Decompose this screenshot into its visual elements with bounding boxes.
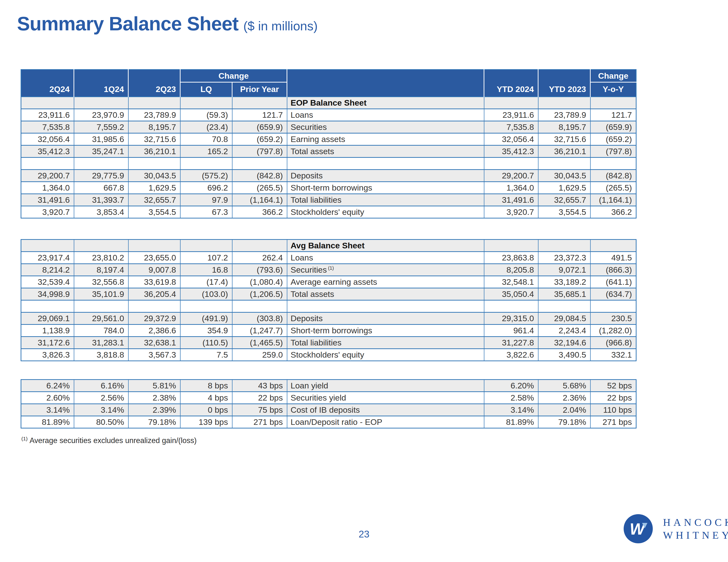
value-cell: 31,283.1 xyxy=(74,337,128,349)
value-cell: 3,554.5 xyxy=(538,206,590,218)
value-cell: 31,172.6 xyxy=(21,337,74,349)
value-cell: 67.3 xyxy=(180,206,232,218)
empty-cell xyxy=(484,300,538,313)
value-cell: 36,210.1 xyxy=(128,145,180,157)
row-label: Loan yield xyxy=(287,380,484,392)
value-cell: 7.5 xyxy=(180,349,232,361)
value-cell: 23,789.9 xyxy=(128,109,180,121)
row-label: Securities yield xyxy=(287,392,484,404)
value-cell: 7,559.2 xyxy=(74,121,128,133)
value-cell: 29,069.1 xyxy=(21,313,74,325)
empty-cell xyxy=(232,239,287,252)
table-row: 81.89%80.50%79.18%139 bps271 bpsLoan/Dep… xyxy=(21,416,636,428)
value-cell: 121.7 xyxy=(232,109,287,121)
value-cell: 366.2 xyxy=(590,206,636,218)
value-cell: 3,818.8 xyxy=(74,349,128,361)
empty-cell xyxy=(538,239,590,252)
value-cell: 32,655.7 xyxy=(538,194,590,206)
value-cell: 2,243.4 xyxy=(538,325,590,337)
value-cell: 354.9 xyxy=(180,325,232,337)
empty-cell xyxy=(232,97,287,109)
row-label-text: Securities xyxy=(291,265,327,274)
value-cell: 32,638.1 xyxy=(128,337,180,349)
value-cell: 7,535.8 xyxy=(484,121,538,133)
empty-cell xyxy=(538,97,590,109)
column-header-prior-year: Prior Year xyxy=(232,82,287,97)
value-cell: 3,826.3 xyxy=(21,349,74,361)
value-cell: 121.7 xyxy=(590,109,636,121)
value-cell: (1,164.1) xyxy=(232,194,287,206)
value-cell: 23,911.6 xyxy=(21,109,74,121)
value-cell: 52 bps xyxy=(590,380,636,392)
empty-cell xyxy=(180,157,232,170)
empty-cell xyxy=(232,157,287,170)
value-cell: (1,206.5) xyxy=(232,288,287,300)
empty-cell xyxy=(21,97,74,109)
avg-balance-sheet-table: Avg Balance Sheet23,917.423,810.223,655.… xyxy=(21,239,637,361)
value-cell: 3,822.6 xyxy=(484,349,538,361)
value-cell: 9,072.1 xyxy=(538,264,590,276)
empty-cell xyxy=(21,300,74,313)
value-cell: 32,539.4 xyxy=(21,276,74,288)
value-cell: 8,205.8 xyxy=(484,264,538,276)
empty-cell xyxy=(180,97,232,109)
value-cell: 29,200.7 xyxy=(484,170,538,182)
value-cell: 23,655.0 xyxy=(128,252,180,264)
value-cell: 6.20% xyxy=(484,380,538,392)
value-cell: (17.4) xyxy=(180,276,232,288)
empty-cell xyxy=(74,300,128,313)
row-label-text: Loan/Deposit ratio - EOP xyxy=(291,417,382,427)
value-cell: 2.58% xyxy=(484,392,538,404)
value-cell: 29,561.0 xyxy=(74,313,128,325)
value-cell: 34,998.9 xyxy=(21,288,74,300)
empty-cell xyxy=(484,239,538,252)
column-header-ytd-2023: YTD 2023 xyxy=(538,82,590,97)
value-cell: 80.50% xyxy=(74,416,128,428)
page-title-units: ($ in millions) xyxy=(243,19,318,33)
value-cell: 33,189.2 xyxy=(538,276,590,288)
value-cell: 32,715.6 xyxy=(538,133,590,145)
eop-balance-sheet-table: Change Change 2Q24 1Q24 2Q23 LQ Prior Ye… xyxy=(21,69,637,218)
footnote-marker: (1) xyxy=(328,265,334,271)
value-cell: 5.81% xyxy=(128,380,180,392)
value-cell: 3,490.5 xyxy=(538,349,590,361)
column-header-2q24: 2Q24 xyxy=(21,82,74,97)
value-cell: 22 bps xyxy=(590,392,636,404)
table-row: 3,826.33,818.83,567.37.5259.0Stockholder… xyxy=(21,349,636,361)
value-cell: 667.8 xyxy=(74,182,128,194)
table-row: 3.14%3.14%2.39%0 bps75 bpsCost of IB dep… xyxy=(21,404,636,416)
row-label: Deposits xyxy=(287,170,484,182)
table-row: 34,998.935,101.936,205.4(103.0)(1,206.5)… xyxy=(21,288,636,300)
row-label-text: Total liabilities xyxy=(291,195,342,204)
row-label: Total liabilities xyxy=(287,337,484,349)
value-cell: (1,282.0) xyxy=(590,325,636,337)
value-cell: (110.5) xyxy=(180,337,232,349)
empty-header-cell xyxy=(538,70,590,82)
value-cell: (23.4) xyxy=(180,121,232,133)
empty-cell xyxy=(74,239,128,252)
value-cell: 271 bps xyxy=(232,416,287,428)
empty-header-cell xyxy=(21,70,74,82)
value-cell: 0 bps xyxy=(180,404,232,416)
value-cell: 32,194.6 xyxy=(538,337,590,349)
value-cell: (59.3) xyxy=(180,109,232,121)
row-label-text: Total assets xyxy=(291,147,334,156)
value-cell: 262.4 xyxy=(232,252,287,264)
table-row: 23,917.423,810.223,655.0107.2262.4Loans2… xyxy=(21,252,636,264)
column-header-1q24: 1Q24 xyxy=(74,82,128,97)
value-cell: 81.89% xyxy=(21,416,74,428)
value-cell: 32,556.8 xyxy=(74,276,128,288)
value-cell: (793.6) xyxy=(232,264,287,276)
page-number: 23 xyxy=(0,529,728,540)
footnote: (1)Average securities excludes unrealize… xyxy=(21,436,197,445)
empty-cell xyxy=(590,239,636,252)
value-cell: 35,685.1 xyxy=(538,288,590,300)
empty-cell xyxy=(180,239,232,252)
value-cell: 696.2 xyxy=(180,182,232,194)
value-cell: 23,911.6 xyxy=(484,109,538,121)
value-cell: (491.9) xyxy=(180,313,232,325)
row-label-text: Deposits xyxy=(291,314,323,323)
row-label-text: Stockholders' equity xyxy=(291,350,364,359)
row-label-text: Stockholders' equity xyxy=(291,207,364,216)
value-cell: 6.24% xyxy=(21,380,74,392)
